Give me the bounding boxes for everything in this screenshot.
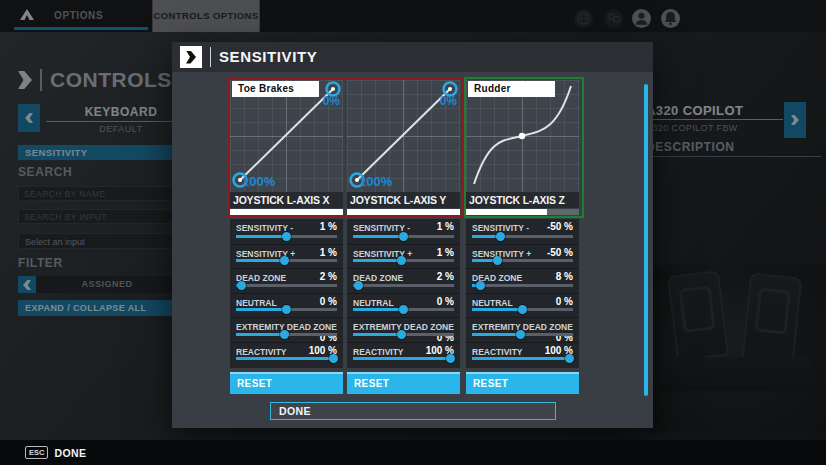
slider-extremity-dead-zone: EXTREMITY DEAD ZONE 0 % (466, 317, 579, 342)
slider-handle[interactable] (516, 330, 525, 339)
slider-label: REACTIVITY (353, 347, 404, 357)
slider-track[interactable] (236, 235, 337, 238)
raw-input-fill (230, 209, 343, 215)
response-curve-graph-y[interactable]: 0% 100% (347, 80, 460, 192)
axis-label-z: JOYSTICK L-AXIS Z (466, 192, 579, 208)
slider-block-z: SENSITIVITY - -50 % SENSITIVITY + -50 % (466, 219, 579, 368)
dialog-header-divider (210, 47, 211, 67)
slider-handle[interactable] (496, 232, 505, 241)
axis-panel-z: JOYSTICK L-AXIS Z SENSITIVITY - -50 % SE… (466, 80, 579, 394)
slider-track[interactable] (353, 308, 454, 311)
slider-label: NEUTRAL (353, 298, 394, 308)
slider-dead-zone: DEAD ZONE 2 % (230, 268, 343, 293)
slider-neutral: NEUTRAL 0 % (230, 293, 343, 318)
raw-input-bar-y (347, 209, 460, 215)
slider-handle[interactable] (397, 330, 406, 339)
slider-track[interactable] (236, 259, 337, 262)
slider-track[interactable] (236, 333, 337, 336)
slider-label: NEUTRAL (472, 298, 513, 308)
reset-button-z[interactable]: RESET (466, 372, 579, 394)
slider-neutral: NEUTRAL 0 % (466, 293, 579, 318)
slider-value: 8 % (556, 271, 573, 282)
slider-handle[interactable] (237, 281, 246, 290)
slider-track[interactable] (236, 357, 337, 360)
rudder-group-label: Rudder (468, 81, 555, 97)
sensitivity-dialog: SENSITIVITY Toe Brakes Rudder 0% 100% JO… (172, 42, 653, 428)
slider-value: 0 % (437, 296, 454, 307)
slider-dead-zone: DEAD ZONE 8 % (466, 268, 579, 293)
slider-track[interactable] (472, 235, 573, 238)
esc-done-label[interactable]: DONE (54, 447, 86, 459)
slider-track[interactable] (236, 308, 337, 311)
axis-panel-x: 0% 100% JOYSTICK L-AXIS X SENSITIVITY - … (230, 80, 343, 394)
slider-label: REACTIVITY (236, 347, 287, 357)
slider-handle[interactable] (446, 354, 455, 363)
slider-handle[interactable] (280, 330, 289, 339)
curve-bottom-value: 100% (359, 174, 392, 189)
slider-handle[interactable] (397, 256, 406, 265)
raw-input-fill (347, 209, 460, 215)
slider-reactivity: REACTIVITY 100 % (466, 342, 579, 367)
slider-extremity-dead-zone: EXTREMITY DEAD ZONE 0 % (347, 317, 460, 342)
slider-sensitivity-minus: SENSITIVITY - 1 % (347, 219, 460, 244)
slider-label: NEUTRAL (236, 298, 277, 308)
curve-top-value: 0% (323, 94, 340, 108)
dialog-scrollbar[interactable] (644, 84, 648, 396)
slider-handle[interactable] (518, 305, 527, 314)
slider-handle[interactable] (282, 232, 291, 241)
slider-dead-zone: DEAD ZONE 2 % (347, 268, 460, 293)
slider-block-y: SENSITIVITY - 1 % SENSITIVITY + 1 % (347, 219, 460, 368)
slider-track[interactable] (472, 259, 573, 262)
slider-value: 2 % (320, 271, 337, 282)
slider-handle[interactable] (493, 256, 502, 265)
dialog-title: SENSITIVITY (219, 42, 317, 72)
slider-sensitivity-plus: SENSITIVITY + -50 % (466, 244, 579, 269)
dialog-done-button[interactable]: DONE (270, 402, 556, 420)
slider-track[interactable] (353, 357, 454, 360)
raw-input-fill (466, 209, 547, 215)
slider-handle[interactable] (354, 281, 363, 290)
slider-sensitivity-plus: SENSITIVITY + 1 % (230, 244, 343, 269)
slider-track[interactable] (353, 333, 454, 336)
axis-label-x: JOYSTICK L-AXIS X (230, 192, 343, 208)
raw-input-bar-x (230, 209, 343, 215)
reset-button-x[interactable]: RESET (230, 372, 343, 394)
curve-bottom-value: 100% (242, 174, 275, 189)
slider-track[interactable] (236, 284, 337, 287)
slider-handle[interactable] (282, 305, 291, 314)
slider-track[interactable] (472, 333, 573, 336)
slider-value: -50 % (547, 247, 573, 258)
slider-reactivity: REACTIVITY 100 % (230, 342, 343, 367)
slider-track[interactable] (472, 284, 573, 287)
slider-track[interactable] (353, 284, 454, 287)
slider-value: 1 % (437, 221, 454, 232)
slider-value: 0 % (320, 296, 337, 307)
slider-block-x: SENSITIVITY - 1 % SENSITIVITY + 1 % (230, 219, 343, 368)
controls-options-screen: OPTIONS CONTROLS OPTIONS CONTROLS OPTION… (0, 0, 826, 465)
slider-handle[interactable] (476, 281, 485, 290)
slider-label: REACTIVITY (472, 347, 523, 357)
slider-handle[interactable] (399, 305, 408, 314)
slider-track[interactable] (472, 357, 573, 360)
slider-value: 1 % (437, 247, 454, 258)
slider-reactivity: REACTIVITY 100 % (347, 342, 460, 367)
slider-neutral: NEUTRAL 0 % (347, 293, 460, 318)
slider-track[interactable] (353, 259, 454, 262)
slider-track[interactable] (472, 308, 573, 311)
toe-brakes-group-label: Toe Brakes (232, 81, 319, 97)
slider-handle[interactable] (399, 232, 408, 241)
slider-handle[interactable] (329, 354, 338, 363)
reset-button-y[interactable]: RESET (347, 372, 460, 394)
slider-handle[interactable] (280, 256, 289, 265)
slider-label: SENSITIVITY + (472, 249, 531, 259)
slider-value: -50 % (547, 221, 573, 232)
slider-sensitivity-minus: SENSITIVITY - 1 % (230, 219, 343, 244)
dialog-header: SENSITIVITY (172, 42, 653, 72)
axis-label-y: JOYSTICK L-AXIS Y (347, 192, 460, 208)
slider-extremity-dead-zone: EXTREMITY DEAD ZONE 0 % (230, 317, 343, 342)
raw-input-bar-z (466, 209, 579, 215)
esc-key-badge: ESC (25, 446, 48, 459)
slider-handle[interactable] (565, 354, 574, 363)
slider-track[interactable] (353, 235, 454, 238)
axis-panel-y: 0% 100% JOYSTICK L-AXIS Y SENSITIVITY - … (347, 80, 460, 394)
